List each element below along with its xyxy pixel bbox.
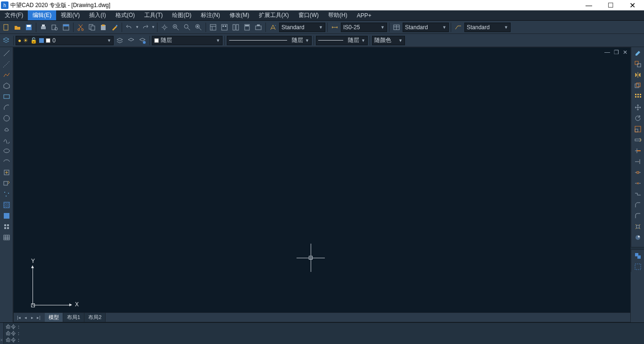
polygon-button[interactable] bbox=[1, 81, 12, 91]
layer-states-button[interactable] bbox=[137, 35, 148, 46]
tab-layout1[interactable]: 布局1 bbox=[63, 313, 84, 322]
trim-button[interactable] bbox=[633, 146, 643, 156]
menu-modify[interactable]: 修改(M) bbox=[225, 10, 254, 20]
circle-button[interactable] bbox=[1, 113, 12, 123]
break-button[interactable] bbox=[633, 178, 643, 188]
line-button[interactable] bbox=[1, 48, 12, 58]
new-button[interactable] bbox=[1, 22, 11, 33]
properties-button[interactable] bbox=[208, 22, 218, 33]
save-button[interactable] bbox=[24, 22, 34, 33]
layer-manager-button[interactable] bbox=[1, 35, 11, 46]
break-at-point-button[interactable] bbox=[633, 167, 643, 178]
tool-palettes-button[interactable] bbox=[231, 22, 241, 33]
menu-edit[interactable]: 编辑(E) bbox=[28, 10, 56, 20]
print-preview-button[interactable] bbox=[50, 22, 60, 33]
tab-first-button[interactable]: |◂ bbox=[16, 314, 22, 321]
print-button[interactable] bbox=[38, 22, 49, 33]
mirror-button[interactable] bbox=[633, 70, 643, 80]
point-button[interactable] bbox=[1, 189, 12, 199]
table-style-icon[interactable] bbox=[391, 22, 402, 33]
command-grip[interactable]: ⨯ bbox=[0, 323, 4, 344]
menu-window[interactable]: 窗口(W) bbox=[294, 10, 323, 20]
pan-button[interactable] bbox=[159, 22, 170, 33]
tab-prev-button[interactable]: ◂ bbox=[22, 314, 29, 321]
menu-help[interactable]: 帮助(H) bbox=[323, 10, 352, 20]
polyline-button[interactable] bbox=[1, 70, 12, 80]
menu-file[interactable]: 文件(F) bbox=[0, 10, 28, 20]
menu-dimension[interactable]: 标注(N) bbox=[196, 10, 225, 20]
fillet-button[interactable] bbox=[633, 211, 643, 221]
move-button[interactable] bbox=[633, 102, 643, 113]
minimize-button[interactable]: — bbox=[578, 0, 600, 10]
tab-model[interactable]: 模型 bbox=[45, 313, 63, 322]
select-all-button[interactable] bbox=[633, 251, 643, 261]
redo-dropdown-icon[interactable]: ▼ bbox=[151, 25, 155, 29]
arc-button[interactable] bbox=[1, 102, 12, 113]
doc-close-button[interactable]: ✕ bbox=[623, 49, 627, 56]
menu-tools[interactable]: 工具(T) bbox=[140, 10, 167, 20]
drawing-area[interactable]: — ❐ ✕ X Y |◂ ◂ ▸ ▸| 模型 布局1 布局2 bbox=[13, 47, 631, 322]
layer-match-button[interactable] bbox=[126, 35, 136, 46]
region-button[interactable] bbox=[1, 221, 12, 232]
canvas[interactable]: X Y bbox=[14, 48, 630, 312]
cut-button[interactable] bbox=[75, 22, 86, 33]
table-button[interactable] bbox=[1, 232, 12, 243]
menu-format[interactable]: 格式(O) bbox=[111, 10, 140, 20]
multileader-style-combo[interactable]: Standard▼ bbox=[464, 23, 511, 32]
menu-view[interactable]: 视图(V) bbox=[56, 10, 84, 20]
layer-previous-button[interactable] bbox=[115, 35, 125, 46]
menu-draw[interactable]: 绘图(D) bbox=[167, 10, 196, 20]
rotate-button[interactable] bbox=[633, 113, 643, 123]
dim-style-icon[interactable] bbox=[330, 22, 340, 33]
plotstyle-combo[interactable]: 随颜色 ▼ bbox=[372, 36, 405, 45]
tab-last-button[interactable]: ▸| bbox=[35, 314, 42, 321]
revcloud-button[interactable] bbox=[1, 124, 12, 134]
redo-button[interactable] bbox=[140, 22, 150, 33]
make-block-button[interactable] bbox=[1, 178, 12, 188]
tab-layout2[interactable]: 布局2 bbox=[84, 313, 106, 322]
array-button[interactable] bbox=[633, 91, 643, 102]
ellipse-button[interactable] bbox=[1, 146, 12, 156]
lineweight-combo[interactable]: 随层 ▼ bbox=[316, 36, 368, 45]
join-button[interactable] bbox=[633, 189, 643, 199]
zoom-realtime-button[interactable] bbox=[171, 22, 181, 33]
table-style-combo[interactable]: Standard▼ bbox=[403, 23, 449, 32]
multileader-style-icon[interactable] bbox=[453, 22, 463, 33]
stretch-button[interactable] bbox=[633, 135, 643, 145]
match-properties-button[interactable] bbox=[109, 22, 120, 33]
tab-next-button[interactable]: ▸ bbox=[29, 314, 35, 321]
copy-object-button[interactable] bbox=[633, 59, 643, 69]
dim-style-combo[interactable]: IS0-25▼ bbox=[341, 23, 387, 32]
solid-edit-button[interactable] bbox=[633, 232, 643, 243]
construction-line-button[interactable] bbox=[1, 59, 12, 69]
insert-block-button[interactable] bbox=[1, 167, 12, 178]
doc-restore-button[interactable]: ❐ bbox=[614, 49, 619, 56]
design-center-button[interactable] bbox=[219, 22, 230, 33]
offset-button[interactable] bbox=[633, 81, 643, 91]
maximize-button[interactable]: ☐ bbox=[600, 0, 621, 10]
block-editor-button[interactable] bbox=[253, 22, 264, 33]
zoom-previous-button[interactable] bbox=[193, 22, 204, 33]
paste-button[interactable] bbox=[98, 22, 108, 33]
calculator-button[interactable] bbox=[242, 22, 252, 33]
undo-dropdown-icon[interactable]: ▼ bbox=[135, 25, 139, 29]
menu-app[interactable]: APP+ bbox=[352, 10, 376, 20]
linetype-combo[interactable]: 随层 ▼ bbox=[227, 36, 312, 45]
zoom-window-button[interactable] bbox=[182, 22, 192, 33]
erase-button[interactable] bbox=[633, 48, 643, 58]
copy-button[interactable] bbox=[87, 22, 97, 33]
scale-button[interactable] bbox=[633, 124, 643, 134]
doc-minimize-button[interactable]: — bbox=[604, 49, 610, 56]
color-combo[interactable]: 随层 ▼ bbox=[152, 36, 223, 45]
open-button[interactable] bbox=[12, 22, 23, 33]
menu-extended[interactable]: 扩展工具(X) bbox=[254, 10, 294, 20]
extend-button[interactable] bbox=[633, 156, 643, 167]
gradient-button[interactable] bbox=[1, 211, 12, 221]
explode-button[interactable] bbox=[633, 221, 643, 232]
publish-button[interactable] bbox=[61, 22, 71, 33]
text-style-combo[interactable]: Standard▼ bbox=[279, 23, 325, 32]
menu-insert[interactable]: 插入(I) bbox=[84, 10, 110, 20]
hatch-button[interactable] bbox=[1, 200, 12, 210]
undo-button[interactable] bbox=[124, 22, 134, 33]
rectangle-button[interactable] bbox=[1, 91, 12, 102]
